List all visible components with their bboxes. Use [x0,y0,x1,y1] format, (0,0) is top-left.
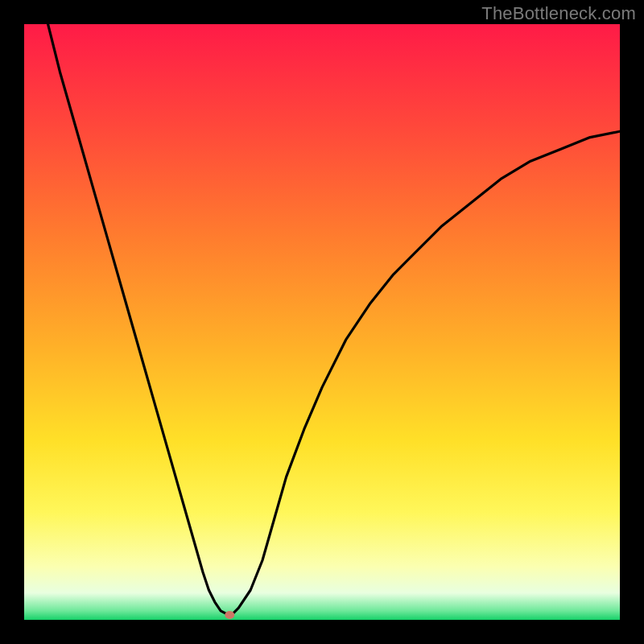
chart-svg [24,24,620,620]
chart-container: TheBottleneck.com [0,0,644,644]
plot-area [24,24,620,620]
gradient-background [24,24,620,620]
watermark-text: TheBottleneck.com [481,3,636,24]
optimal-point-marker [225,611,234,619]
